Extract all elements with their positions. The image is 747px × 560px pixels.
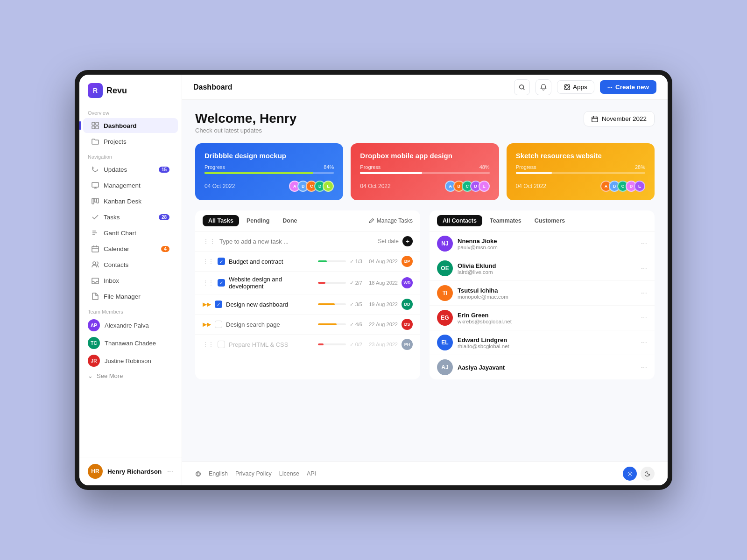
sidebar-item-gantt[interactable]: Gantt Chart <box>83 225 178 240</box>
sidebar-item-dashboard[interactable]: Dashboard <box>83 118 178 133</box>
sidebar-item-inbox[interactable]: Inbox <box>83 273 178 288</box>
calendar-icon <box>592 116 598 122</box>
sidebar-item-label: Gantt Chart <box>104 230 136 237</box>
new-task-input[interactable] <box>219 238 374 245</box>
project-card-3[interactable]: Sketch resources website Progress 28% 04… <box>507 143 655 200</box>
tab-all-contacts[interactable]: All Contacts <box>437 215 482 226</box>
screen: R Revu Overview Dashboard Projects Navig… <box>79 75 668 485</box>
logo-letter: R <box>93 87 98 94</box>
create-label: Create new <box>615 84 649 91</box>
svg-rect-4 <box>92 182 99 187</box>
sidebar-item-kanban[interactable]: Kanban Desk <box>83 194 178 209</box>
inbox-icon <box>92 277 99 284</box>
apps-btn[interactable]: Apps <box>557 80 594 94</box>
team-member-3[interactable]: JR Justine Robinson <box>79 352 182 370</box>
contact-info: Erin Green wkrebs@sbcglobal.net <box>458 312 636 324</box>
task-checkbox[interactable] <box>215 321 222 328</box>
contact-info: Aasiya Jayavant <box>458 364 636 371</box>
task-tabs: All Tasks Pending Done Manage Tasks <box>195 210 420 231</box>
create-new-btn[interactable]: ··· Create new <box>600 80 656 94</box>
contact-menu-btn[interactable]: ··· <box>641 264 647 273</box>
globe-icon <box>195 471 201 477</box>
progress-label: Progress <box>516 164 536 170</box>
settings-btn[interactable] <box>623 467 637 481</box>
team-member-1[interactable]: AP Alexandre Paiva <box>79 316 182 334</box>
task-checkbox[interactable] <box>218 341 225 348</box>
task-progress-fill <box>318 303 335 305</box>
project-card-1[interactable]: Dribbble design mockup Progress 84% 04 O… <box>195 143 343 200</box>
sidebar-item-label: Dashboard <box>104 122 137 129</box>
sidebar-item-calendar[interactable]: Calendar 4 <box>83 241 178 256</box>
sidebar-item-file-manager[interactable]: File Manager <box>83 289 178 304</box>
tab-done[interactable]: Done <box>277 215 303 226</box>
drag-icon: ⋮⋮ <box>203 258 214 265</box>
contact-menu-btn[interactable]: ··· <box>641 314 647 322</box>
search-btn[interactable] <box>514 79 530 95</box>
task-checkbox[interactable]: ✓ <box>218 258 225 265</box>
sidebar-item-label: Contacts <box>104 261 128 268</box>
license-link[interactable]: License <box>279 470 299 477</box>
team-member-2[interactable]: TC Thanawan Chadee <box>79 334 182 352</box>
calendar-icon <box>92 245 99 252</box>
progress-bar <box>204 172 334 174</box>
theme-toggle-btn[interactable] <box>641 467 655 481</box>
svg-rect-8 <box>92 246 99 252</box>
sidebar-item-label: Projects <box>104 138 127 145</box>
progress-labels: Progress 48% <box>360 164 489 170</box>
date-picker-btn[interactable]: November 2022 <box>584 111 655 126</box>
monitor-icon <box>92 182 99 189</box>
api-link[interactable]: API <box>307 470 316 477</box>
set-date-btn[interactable]: Set date <box>378 238 399 245</box>
user-menu-btn[interactable]: ··· <box>167 467 173 476</box>
privacy-policy-link[interactable]: Privacy Policy <box>235 470 272 477</box>
device-frame: R Revu Overview Dashboard Projects Navig… <box>75 70 672 490</box>
sidebar-item-projects[interactable]: Projects <box>83 134 178 149</box>
progress-pct: 28% <box>635 164 645 170</box>
table-row: ⋮⋮ ✓ Website design and development ✓ 2/… <box>195 272 420 294</box>
tab-teammates[interactable]: Teammates <box>484 215 527 226</box>
manage-tasks-btn[interactable]: Manage Tasks <box>369 217 413 224</box>
moon-icon <box>645 471 651 477</box>
sidebar-item-contacts[interactable]: Contacts <box>83 257 178 272</box>
notifications-btn[interactable] <box>536 79 551 95</box>
overview-label: Overview <box>79 105 182 118</box>
tab-all-tasks[interactable]: All Tasks <box>203 215 239 226</box>
topbar-title: Dashboard <box>193 83 508 91</box>
sidebar-item-management[interactable]: Management <box>83 178 178 193</box>
contact-info: Tsutsui Ichiha monopole@mac.com <box>458 287 636 300</box>
add-task-btn[interactable]: + <box>402 236 413 246</box>
tab-pending[interactable]: Pending <box>241 215 275 226</box>
member-name: Justine Robinson <box>105 357 151 364</box>
svg-rect-7 <box>97 198 99 203</box>
contact-menu-btn[interactable]: ··· <box>641 338 647 347</box>
sidebar-item-label: Management <box>104 182 141 189</box>
see-more-btn[interactable]: ⌄ See More <box>79 370 182 382</box>
drag-icon: ⋮⋮ <box>203 238 216 245</box>
sidebar-item-tasks[interactable]: Tasks 28 <box>83 210 178 224</box>
contact-menu-btn[interactable]: ··· <box>641 289 647 297</box>
contact-tabs: All Contacts Teammates Customers <box>430 210 655 231</box>
tab-customers[interactable]: Customers <box>529 215 571 226</box>
team-label: Team Members <box>79 304 182 316</box>
bell-icon <box>540 84 547 91</box>
project-card-2[interactable]: Dropbox mobile app design Progress 48% 0… <box>351 143 499 200</box>
contact-menu-btn[interactable]: ··· <box>641 363 647 371</box>
task-meta: ✓ 4/6 <box>350 322 362 328</box>
language-selector[interactable]: English <box>209 470 228 477</box>
contact-menu-btn[interactable]: ··· <box>641 239 647 248</box>
contact-name: Aasiya Jayavant <box>458 364 636 371</box>
list-item: EL Edward Lindgren rhialto@sbcglobal.net… <box>430 330 655 355</box>
drag-icon: ▶▶ <box>203 321 211 328</box>
task-checkbox[interactable]: ✓ <box>218 279 225 287</box>
table-row: ⋮⋮ Prepare HTML & CSS ✓ 0/2 23 Aug 2022 … <box>195 335 420 354</box>
gear-icon <box>627 471 633 477</box>
card-footer: 04 Oct 2022 A B C D E <box>204 181 334 192</box>
task-date: 19 Aug 2022 <box>366 301 398 307</box>
sidebar-item-label: Calendar <box>104 245 129 252</box>
project-title: Dribbble design mockup <box>204 152 334 160</box>
sidebar-item-updates[interactable]: Updates 15 <box>83 162 178 177</box>
task-checkbox[interactable]: ✓ <box>215 301 222 308</box>
project-avatars: A B C D E <box>289 181 334 192</box>
updates-badge: 15 <box>159 167 169 173</box>
main-footer: English Privacy Policy License API <box>182 462 668 485</box>
